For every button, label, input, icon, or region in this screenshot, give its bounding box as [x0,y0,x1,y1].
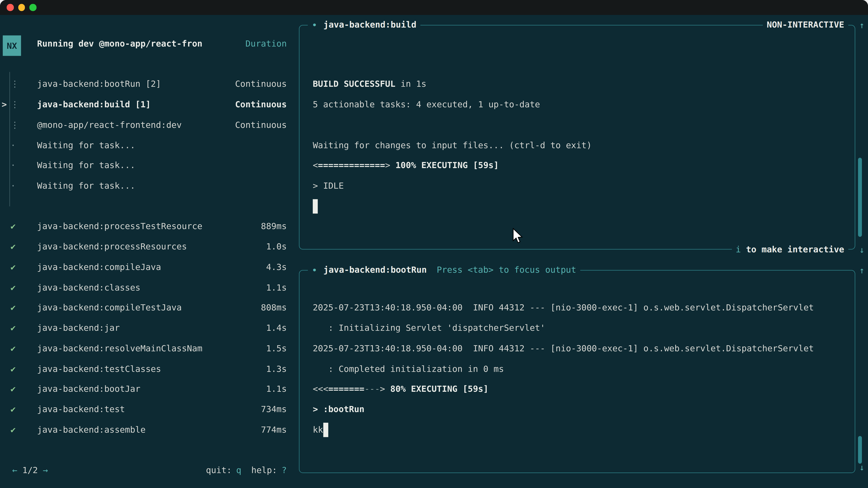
completed-task-row[interactable]: ✔ java-backend:assemble 774ms [0,420,299,440]
task-name: java-backend:compileJava [37,262,161,272]
check-icon: ✔ [11,323,16,333]
interactive-key[interactable]: i [736,245,741,254]
status-bullet-icon: • [312,20,317,31]
task-name: java-backend:processTestResource [37,222,202,232]
task-name: java-backend:classes [37,283,141,293]
completed-task-row[interactable]: ✔ java-backend:compileJava 4.3s [0,257,299,278]
bootrun-panel-title-text: java-backend:bootRun [323,265,427,275]
task-duration: 1.1s [266,283,287,293]
cursor-line [313,196,592,217]
log-line: 2025-07-23T13:40:18.950-04:00 INFO 44312… [313,338,814,359]
completed-task-row[interactable]: ✔ java-backend:jar 1.4s [0,318,299,338]
selection-arrow-icon: > [2,100,7,109]
interactive-hint: i to make interactive [732,242,848,257]
task-duration: 774ms [261,425,287,435]
task-row-waiting[interactable]: · Waiting for task... [0,156,299,176]
check-icon: ✔ [11,384,16,394]
task-duration: 1.4s [266,323,287,333]
completed-task-row[interactable]: ✔ java-backend:test 734ms [0,399,299,420]
check-icon: ✔ [11,425,16,435]
log-text: : Completed initialization in 0 ms [313,364,504,374]
task-row[interactable]: ⋮ @mono-app/react-frontend:dev Continuou… [0,115,299,135]
build-scroll-down-arrow[interactable]: ↓ [857,243,866,257]
task-name: java-backend:bootRun [2] [37,79,161,89]
task-row-waiting[interactable]: · Waiting for task... [0,176,299,196]
log-line: 2025-07-23T13:40:18.950-04:00 INFO 44312… [313,298,814,318]
zoom-button[interactable] [29,4,36,11]
task-name: java-backend:jar [37,323,120,333]
progress-bar-fill: ============= [318,161,385,170]
check-icon: ✔ [11,404,16,415]
tasks-summary-text: 5 actionable tasks: 4 executed, 1 up-to-… [313,100,540,109]
check-icon: ✔ [11,344,16,354]
run-title: Running dev @mono-app/react-fron [37,39,202,49]
quit-key[interactable]: q [236,466,241,476]
focus-hint-text: Press <tab> to focus output [437,265,576,275]
minimize-button[interactable] [18,4,25,11]
build-scrollbar-thumb[interactable] [858,158,862,237]
input-line[interactable]: kk [313,420,814,440]
build-scroll-up-arrow[interactable]: ↑ [857,18,866,33]
terminal-body: NX Running dev @mono-app/react-fron Dura… [0,15,868,488]
task-row[interactable]: ⋮ java-backend:bootRun [2] Continuous [0,74,299,94]
check-icon: ✔ [11,222,16,232]
bootrun-output: 2025-07-23T13:40:18.950-04:00 INFO 44312… [313,298,814,440]
task-name: java-backend:bootJar [37,384,141,394]
active-task-list: ⋮ java-backend:bootRun [2] Continuous > … [0,74,299,196]
task-name: java-backend:testClasses [37,364,161,374]
progress-bar-open: < [313,161,318,170]
progress-bar-open: <<< [313,384,329,394]
check-icon: ✔ [11,364,16,374]
task-duration: 4.3s [266,262,287,272]
task-row-waiting[interactable]: · Waiting for task... [0,135,299,156]
help-label: help: [251,466,277,476]
interactive-hint-text: to make interactive [741,245,844,254]
task-name: java-backend:build [1] [37,100,151,109]
task-name: Waiting for task... [37,161,135,170]
check-icon: ✔ [11,303,16,313]
task-duration: 734ms [261,404,287,415]
task-name: java-backend:compileTestJava [37,303,182,313]
task-duration: 1.1s [266,384,287,394]
text-cursor [313,199,318,214]
completed-task-row[interactable]: ✔ java-backend:bootJar 1.1s [0,379,299,399]
task-status: Continuous [235,100,287,109]
task-row-selected[interactable]: > ⋮ java-backend:build [1] Continuous [0,94,299,115]
completed-task-list: ✔ java-backend:processTestResource 889ms… [0,217,299,440]
check-icon: ✔ [11,262,16,272]
running-indicator-icon: ⋮ [11,120,19,130]
close-button[interactable] [6,4,13,11]
task-status: Continuous [235,79,287,89]
log-line: : Completed initialization in 0 ms [313,359,814,379]
task-name: java-backend:processResources [37,242,187,252]
pending-dot-icon: · [11,161,16,170]
completed-task-row[interactable]: ✔ java-backend:processResources 1.0s [0,237,299,257]
sidebar-header: Running dev @mono-app/react-fron Duratio… [0,34,299,54]
task-duration: 808ms [261,303,287,313]
log-text: 2025-07-23T13:40:18.950-04:00 INFO 44312… [313,303,814,313]
blank-line [313,115,592,135]
prev-page-arrow[interactable]: ← [12,466,18,476]
build-progress-line: <=============> 100% EXECUTING [59s] [313,156,592,176]
task-duration: 1.0s [266,242,287,252]
terminal-window: NX Running dev @mono-app/react-fron Dura… [0,0,868,488]
task-name: java-backend:assemble [37,425,146,435]
help-key[interactable]: ? [282,466,287,476]
quit-label: quit: [206,466,232,476]
completed-task-row[interactable]: ✔ java-backend:compileTestJava 808ms [0,298,299,318]
prompt-text: > :bootRun [313,404,365,415]
page-indicator: 1/2 [22,466,38,476]
bootrun-scroll-up-arrow[interactable]: ↑ [857,263,866,278]
next-page-arrow[interactable]: → [43,466,48,476]
prompt-line: > :bootRun [313,399,814,420]
log-line: : Initializing Servlet 'dispatcherServle… [313,318,814,338]
build-mode-label: NON-INTERACTIVE [763,18,848,32]
completed-task-row[interactable]: ✔ java-backend:processTestResource 889ms [0,217,299,237]
idle-text: > IDLE [313,181,344,191]
task-duration: 1.3s [266,364,287,374]
bootrun-scrollbar-thumb[interactable] [858,436,862,464]
completed-task-row[interactable]: ✔ java-backend:classes 1.1s [0,278,299,298]
bootrun-progress-line: <<<=======---> 80% EXECUTING [59s] [313,379,814,399]
completed-task-row[interactable]: ✔ java-backend:resolveMainClassNam 1.5s [0,338,299,359]
completed-task-row[interactable]: ✔ java-backend:testClasses 1.3s [0,359,299,379]
